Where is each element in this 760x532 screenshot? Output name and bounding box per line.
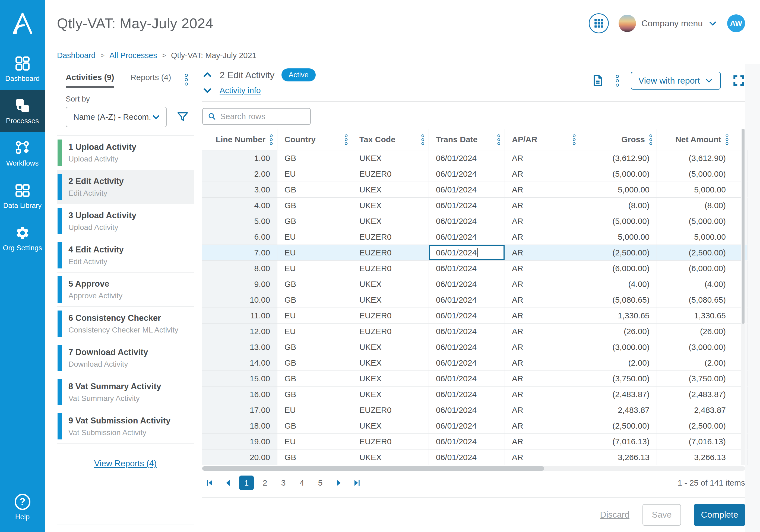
cell-line-number[interactable]: 15.00 [202, 371, 277, 386]
cell-ap-ar[interactable]: AR [505, 387, 580, 402]
sidebar-item-workflows[interactable]: Workflows [0, 132, 45, 174]
cell-trans-date[interactable]: 06/01/2024 [429, 182, 505, 197]
cell-gross[interactable]: (3,612.90) [580, 150, 657, 166]
cell-ap-ar[interactable]: AR [505, 229, 580, 245]
user-avatar[interactable]: AW [727, 14, 745, 32]
page-button-2[interactable]: 2 [258, 475, 272, 490]
breadcrumb-dashboard[interactable]: Dashboard [57, 51, 96, 60]
cell-ap-ar[interactable]: AR [505, 355, 580, 370]
activity-list-item-3[interactable]: 3 Upload ActivityUpload Activity [57, 204, 194, 238]
cell-line-number[interactable]: 4.00 [202, 198, 277, 213]
filter-icon[interactable] [176, 111, 189, 123]
cell-country[interactable]: GB [277, 339, 352, 355]
cell-tax-code[interactable]: EUZER0 [352, 245, 429, 260]
sidebar-item-dashboard[interactable]: Dashboard [0, 47, 45, 90]
cell-tax-code[interactable]: UKEX [352, 276, 429, 292]
cell-country[interactable]: EU [277, 434, 352, 449]
cell-country[interactable]: EU [277, 323, 352, 339]
cell-line-number[interactable]: 20.00 [202, 450, 277, 465]
activity-list-item-4[interactable]: 4 Edit ActivityEdit Activity [57, 238, 194, 272]
cell-tax-code[interactable]: EUZER0 [352, 308, 429, 323]
cell-country[interactable]: GB [277, 150, 352, 166]
cell-ap-ar[interactable]: AR [505, 245, 580, 260]
cell-trans-date[interactable]: 06/01/2024 [429, 371, 505, 386]
column-menu-icon[interactable] [498, 134, 500, 145]
save-button[interactable]: Save [642, 504, 681, 526]
cell-trans-date[interactable]: 06/01/2024 [429, 292, 505, 308]
cell-ap-ar[interactable]: AR [505, 308, 580, 323]
cell-net-amount[interactable]: (3,612.90) [657, 150, 733, 166]
cell-net-amount[interactable]: (5,080.65) [657, 292, 733, 308]
activity-list-item-9[interactable]: 9 Vat Submission ActivityVat Submission … [57, 409, 194, 444]
cell-line-number[interactable]: 6.00 [202, 229, 277, 245]
cell-gross[interactable]: (5,000.00) [580, 213, 657, 229]
cell-net-amount[interactable]: (6,000.00) [657, 261, 733, 276]
cell-line-number[interactable]: 13.00 [202, 339, 277, 355]
cell-tax-code[interactable]: UKEX [352, 371, 429, 386]
cell-country[interactable]: GB [277, 182, 352, 197]
cell-country[interactable]: GB [277, 355, 352, 370]
cell-country[interactable]: EU [277, 261, 352, 276]
cell-net-amount[interactable]: (3,750.00) [657, 371, 733, 386]
cell-ap-ar[interactable]: AR [505, 323, 580, 339]
complete-button[interactable]: Complete [694, 504, 745, 526]
sidebar-item-help[interactable]: ? Help [0, 486, 45, 532]
tab-reports[interactable]: Reports (4) [130, 73, 171, 86]
cell-tax-code[interactable]: UKEX [352, 213, 429, 229]
cell-ap-ar[interactable]: AR [505, 213, 580, 229]
cell-ap-ar[interactable]: AR [505, 182, 580, 197]
cell-net-amount[interactable]: (2,500.00) [657, 245, 733, 260]
cell-trans-date[interactable]: 06/01/2024 [429, 261, 505, 276]
cell-line-number[interactable]: 1.00 [202, 150, 277, 166]
column-menu-icon[interactable] [726, 134, 729, 145]
cell-ap-ar[interactable]: AR [505, 261, 580, 276]
cell-gross[interactable]: 5,000.00 [580, 229, 657, 245]
cell-net-amount[interactable]: (26.00) [657, 323, 733, 339]
company-menu[interactable]: Company menu [619, 15, 717, 32]
page-button-3[interactable]: 3 [276, 475, 291, 490]
collapse-up-icon[interactable] [202, 70, 213, 80]
cell-country[interactable]: EU [277, 402, 352, 418]
cell-ap-ar[interactable]: AR [505, 339, 580, 355]
cell-gross[interactable]: (2,500.00) [580, 418, 657, 433]
cell-trans-date[interactable]: 06/01/2024 [429, 198, 505, 213]
cell-gross[interactable]: (7,016.13) [580, 434, 657, 449]
cell-country[interactable]: GB [277, 213, 352, 229]
first-page-icon[interactable] [202, 475, 217, 490]
column-header-net-amount[interactable]: Net Amount [657, 129, 733, 150]
cell-trans-date[interactable]: 06/01/2024 [429, 229, 505, 245]
cell-ap-ar[interactable]: AR [505, 418, 580, 433]
cell-trans-date[interactable]: 06/01/2024 [429, 245, 505, 260]
column-header-line-number[interactable]: Line Number [202, 129, 277, 150]
cell-line-number[interactable]: 19.00 [202, 434, 277, 449]
cell-net-amount[interactable]: (3,000.00) [657, 339, 733, 355]
app-logo-icon[interactable] [0, 0, 45, 47]
panel-kebab-menu-icon[interactable] [185, 73, 188, 85]
cell-line-number[interactable]: 3.00 [202, 182, 277, 197]
cell-ap-ar[interactable]: AR [505, 371, 580, 386]
cell-country[interactable]: GB [277, 292, 352, 308]
sidebar-item-processes[interactable]: Processes [0, 90, 45, 132]
cell-ap-ar[interactable]: AR [505, 292, 580, 308]
cell-country[interactable]: GB [277, 387, 352, 402]
cell-trans-date[interactable]: 06/01/2024 [429, 387, 505, 402]
activity-list-item-6[interactable]: 6 Consistency CheckerConsistency Checker… [57, 307, 194, 341]
cell-gross[interactable]: 1,330.65 [580, 308, 657, 323]
activity-list-item-8[interactable]: 8 Vat Summary ActivityVat Summary Activi… [57, 375, 194, 409]
cell-gross[interactable]: 5,000.00 [580, 182, 657, 197]
cell-line-number[interactable]: 5.00 [202, 213, 277, 229]
cell-trans-date[interactable]: 06/01/2024 [429, 355, 505, 370]
cell-net-amount[interactable]: 2,483.87 [657, 402, 733, 418]
cell-tax-code[interactable]: UKEX [352, 198, 429, 213]
cell-tax-code[interactable]: UKEX [352, 355, 429, 370]
cell-gross[interactable]: (5,000.00) [580, 166, 657, 182]
cell-gross[interactable]: (4.00) [580, 276, 657, 292]
cell-gross[interactable]: (2,483.87) [580, 387, 657, 402]
cell-country[interactable]: EU [277, 245, 352, 260]
cell-line-number[interactable]: 2.00 [202, 166, 277, 182]
cell-tax-code[interactable]: EUZER0 [352, 323, 429, 339]
cell-trans-date[interactable]: 06/01/2024 [429, 339, 505, 355]
cell-country[interactable]: GB [277, 198, 352, 213]
vertical-scrollbar[interactable] [741, 129, 745, 465]
cell-trans-date[interactable]: 06/01/2024 [429, 450, 505, 465]
